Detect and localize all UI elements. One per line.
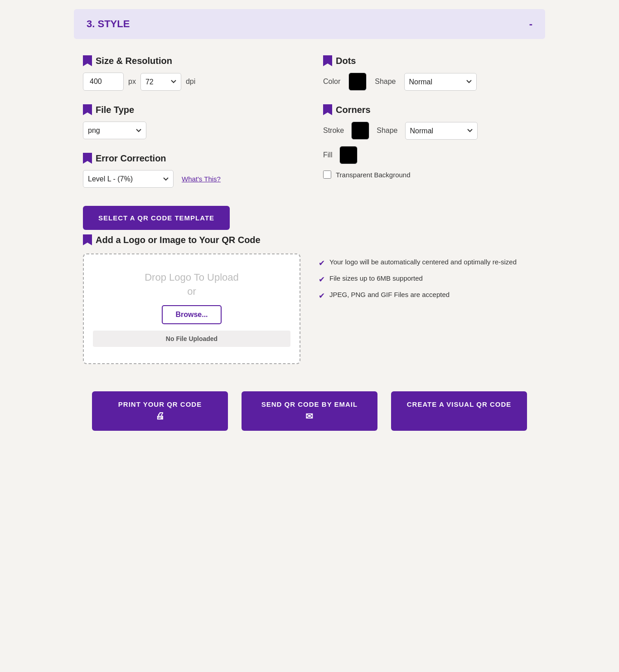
template-button[interactable]: SELECT A QR CODE TEMPLATE bbox=[83, 206, 230, 230]
bookmark-icon-corners bbox=[323, 104, 332, 115]
bookmark-icon-dots bbox=[323, 55, 332, 66]
corners-stroke-row: Stroke Shape Normal Rounded Dots bbox=[323, 122, 536, 140]
bookmark-icon-logo bbox=[83, 234, 92, 245]
logo-info: ✔ Your logo will be automatically center… bbox=[319, 253, 536, 301]
dots-title: Dots bbox=[323, 55, 536, 66]
bookmark-icon-filetype bbox=[83, 104, 92, 115]
right-column: Dots Color Shape Normal Rounded Dots Cla… bbox=[323, 55, 536, 230]
logo-section: Add a Logo or Image to Your QR Code Drop… bbox=[74, 234, 545, 364]
file-type-title: File Type bbox=[83, 104, 296, 115]
print-button[interactable]: PRINT YOUR QR CODE 🖨 bbox=[92, 391, 228, 431]
file-type-select[interactable]: png jpg svg pdf bbox=[83, 122, 146, 139]
corners-fill-row: Fill bbox=[323, 146, 536, 164]
visual-qr-button[interactable]: CREATE A VISUAL QR CODE bbox=[391, 391, 527, 431]
dots-block: Dots Color Shape Normal Rounded Dots Cla… bbox=[323, 55, 536, 91]
dots-color-swatch[interactable] bbox=[348, 73, 367, 91]
email-button[interactable]: SEND QR CODE BY EMAIL ✉ bbox=[242, 391, 377, 431]
fill-color-swatch[interactable] bbox=[339, 146, 358, 164]
no-file-label: No File Uploaded bbox=[93, 331, 290, 347]
dpi-select[interactable]: 72 96 150 300 bbox=[140, 73, 181, 91]
transparent-bg-label[interactable]: Transparent Background bbox=[336, 171, 411, 179]
drop-zone[interactable]: Drop Logo To Upload or Browse... No File… bbox=[83, 253, 300, 364]
left-column: Size & Resolution px 72 96 150 300 dpi bbox=[83, 55, 296, 230]
logo-content: Drop Logo To Upload or Browse... No File… bbox=[83, 253, 536, 364]
corners-shape-select[interactable]: Normal Rounded Dots bbox=[405, 122, 478, 140]
logo-info-item-2: ✔ File sizes up to 6MB supported bbox=[319, 274, 536, 284]
check-icon-3: ✔ bbox=[319, 291, 325, 301]
error-correction-title: Error Correction bbox=[83, 153, 296, 164]
dots-shape-label: Shape bbox=[375, 78, 396, 86]
email-icon: ✉ bbox=[305, 411, 314, 422]
size-resolution-title: Size & Resolution bbox=[83, 55, 296, 66]
error-row: Level L - (7%) Level M - (15%) Level Q -… bbox=[83, 170, 296, 188]
section-header: 3. STYLE - bbox=[74, 9, 545, 39]
browse-button[interactable]: Browse... bbox=[162, 305, 221, 324]
dots-color-label: Color bbox=[323, 78, 340, 86]
drop-text: Drop Logo To Upload or bbox=[145, 271, 239, 299]
file-type-block: File Type png jpg svg pdf bbox=[83, 104, 296, 139]
logo-info-item-3: ✔ JPEG, PNG and GIF Files are accepted bbox=[319, 291, 536, 301]
error-correction-block: Error Correction Level L - (7%) Level M … bbox=[83, 153, 296, 188]
bookmark-icon-error bbox=[83, 153, 92, 164]
bottom-buttons: PRINT YOUR QR CODE 🖨 SEND QR CODE BY EMA… bbox=[74, 391, 545, 449]
logo-title: Add a Logo or Image to Your QR Code bbox=[83, 234, 536, 245]
corners-block: Corners Stroke Shape Normal Rounded Dots… bbox=[323, 104, 536, 179]
check-icon-2: ✔ bbox=[319, 275, 325, 284]
collapse-button[interactable]: - bbox=[529, 18, 532, 30]
stroke-label: Stroke bbox=[323, 127, 344, 135]
corners-shape-label: Shape bbox=[377, 127, 397, 135]
fill-label: Fill bbox=[323, 151, 332, 159]
dpi-label: dpi bbox=[186, 78, 195, 86]
print-icon: 🖨 bbox=[155, 411, 165, 421]
whats-this-link[interactable]: What's This? bbox=[182, 175, 221, 183]
transparent-bg-row: Transparent Background bbox=[323, 170, 536, 179]
size-resolution-block: Size & Resolution px 72 96 150 300 dpi bbox=[83, 55, 296, 91]
size-row: px 72 96 150 300 dpi bbox=[83, 73, 296, 91]
px-label: px bbox=[128, 78, 136, 86]
bookmark-icon-size bbox=[83, 55, 92, 66]
check-icon-1: ✔ bbox=[319, 258, 325, 268]
error-correction-select[interactable]: Level L - (7%) Level M - (15%) Level Q -… bbox=[83, 170, 174, 188]
dots-row: Color Shape Normal Rounded Dots Classy C… bbox=[323, 73, 536, 91]
transparent-bg-checkbox[interactable] bbox=[323, 170, 331, 179]
section-title: 3. STYLE bbox=[87, 18, 130, 30]
dots-shape-select[interactable]: Normal Rounded Dots Classy Classy Rounde… bbox=[404, 73, 477, 91]
main-grid: Size & Resolution px 72 96 150 300 dpi bbox=[74, 55, 545, 230]
size-input[interactable] bbox=[83, 73, 124, 91]
corners-title: Corners bbox=[323, 104, 536, 115]
logo-info-item-1: ✔ Your logo will be automatically center… bbox=[319, 258, 536, 268]
stroke-color-swatch[interactable] bbox=[351, 122, 369, 140]
